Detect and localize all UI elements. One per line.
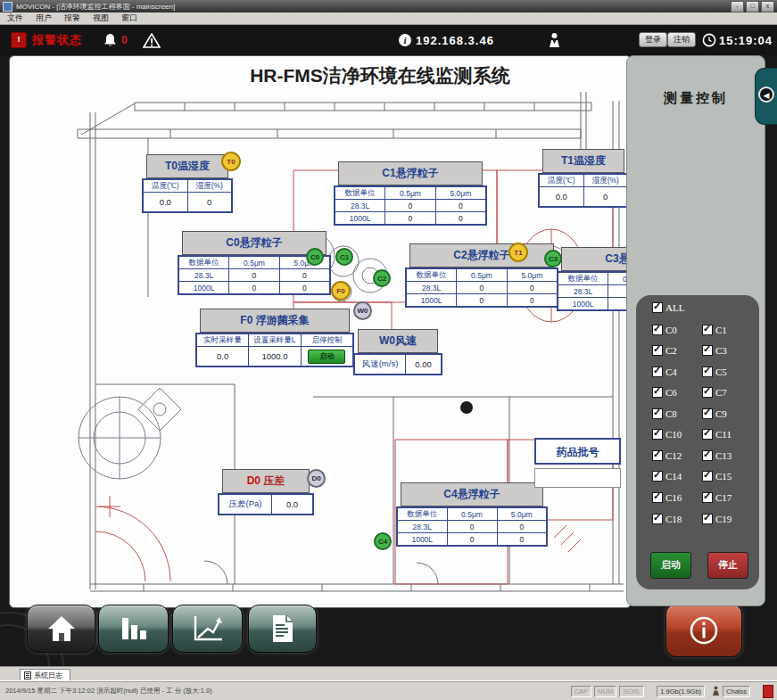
sidebar-collapse-tab[interactable]: ◀ — [755, 68, 777, 125]
checkbox-c17[interactable]: C17 — [702, 492, 732, 503]
cell: 1000L — [178, 282, 229, 295]
checkbox-c2[interactable]: C2 — [652, 345, 677, 356]
cell: 0 — [507, 294, 558, 308]
cell: 数据单位 — [335, 186, 385, 200]
cell: 5.0μm — [435, 186, 486, 200]
menu-item-window[interactable]: 窗口 — [121, 12, 137, 24]
nav-barchart-button[interactable] — [98, 605, 169, 653]
checkbox-c5[interactable]: C5 — [702, 366, 727, 377]
cell: 0 — [497, 533, 547, 547]
checkbox-c19[interactable]: C19 — [702, 514, 732, 524]
panel-w0-title: W0风速 — [358, 329, 438, 353]
menu-bar: 文件 用户 报警 视图 窗口 — [0, 12, 777, 25]
cell: 0.0 — [196, 347, 249, 367]
panel-c3-title: C3悬浮粒子 — [561, 247, 632, 271]
batch-number-input[interactable] — [534, 468, 621, 488]
cell: 温度(℃) — [539, 174, 583, 187]
batch-number-label: 药品批号 — [534, 438, 621, 465]
badge-t0: T0 — [221, 152, 241, 171]
main-screen: HR-FMS洁净环境在线监测系统 T0温湿度 温度(℃) 湿度(%) 0.0 0… — [9, 55, 632, 608]
panel-d0: D0 压差 压差(Pa) 0.0 — [218, 469, 314, 515]
checkbox-c7[interactable]: C7 — [702, 387, 727, 398]
menu-item-view[interactable]: 视图 — [93, 12, 109, 24]
checkbox-icon — [702, 366, 713, 377]
minimize-button[interactable]: - — [731, 1, 744, 12]
cell: 0 — [435, 212, 486, 226]
checkbox-c4[interactable]: C4 — [652, 366, 677, 377]
checkbox-icon — [652, 387, 663, 398]
checkbox-c14[interactable]: C14 — [652, 471, 682, 482]
alarm-panel-icon[interactable]: ! — [11, 32, 27, 48]
cell: 0 — [507, 282, 558, 294]
checkbox-c0[interactable]: C0 — [652, 325, 677, 335]
badge-t1: T1 — [508, 243, 528, 262]
badge-w0: W0 — [353, 301, 372, 320]
panel-c2-title: C2悬浮粒子 — [409, 243, 554, 268]
panel-f0-title: F0 浮游菌采集 — [200, 309, 350, 333]
measure-control-sidebar: 测量控制 ALL C0 C1 C2 C3 C4 C5 C6 C7 C8 C9 C… — [626, 55, 765, 606]
checkbox-c9[interactable]: C9 — [702, 408, 727, 419]
panel-c0-title: C0悬浮粒子 — [182, 231, 327, 255]
checkbox-c18[interactable]: C18 — [652, 514, 682, 524]
checkbox-icon — [652, 450, 663, 461]
nav-trend-button[interactable] — [172, 605, 243, 653]
checkbox-icon — [702, 345, 713, 356]
collapse-arrow-icon: ◀ — [758, 86, 774, 103]
warning-triangle-icon[interactable] — [143, 25, 161, 55]
cell: 0 — [435, 200, 486, 212]
checkbox-c11[interactable]: C11 — [702, 429, 732, 440]
cell: 风速(m/s) — [354, 354, 406, 375]
checkbox-icon — [652, 429, 663, 440]
maximize-button[interactable]: □ — [746, 1, 759, 12]
user-icon[interactable] — [548, 25, 561, 55]
panel-t1: T1温湿度 温度(℃) 湿度(%) 0.0 0 — [538, 149, 629, 208]
menu-item-alarm[interactable]: 报警 — [64, 12, 80, 24]
f0-run-button[interactable]: 启动 — [308, 350, 345, 364]
badge-c3: C3 — [544, 250, 562, 268]
menu-item-user[interactable]: 用户 — [36, 12, 52, 24]
ip-address: 192.168.3.46 — [416, 34, 494, 47]
scroll-lock-indicator: SCRL — [619, 686, 644, 697]
info-circle-icon — [689, 615, 719, 646]
user-status-icon — [712, 686, 720, 696]
checkbox-c6[interactable]: C6 — [652, 387, 677, 398]
bell-icon[interactable] — [103, 25, 117, 55]
cell: 压差(Pa) — [219, 494, 272, 515]
cell: 数据单位 — [558, 272, 608, 285]
cell: 28.3L — [335, 200, 385, 212]
menu-item-file[interactable]: 文件 — [7, 12, 23, 24]
checkbox-c12[interactable]: C12 — [652, 450, 682, 461]
cell: 0 — [229, 269, 280, 282]
checkbox-c13[interactable]: C13 — [702, 450, 732, 461]
cell: 实时采样量 — [196, 334, 249, 347]
checkbox-icon — [702, 387, 713, 398]
cell: 0 — [497, 521, 547, 533]
log-pane-tab[interactable]: 系统日志 — [20, 669, 70, 681]
checkbox-c16[interactable]: C16 — [652, 492, 682, 503]
stop-button[interactable]: 停止 — [707, 552, 748, 579]
panel-c3: C3悬浮粒子 数据单位 0.5μm 5.0μm 28.3L 0 0 1000L … — [557, 247, 632, 311]
sidebar-title: 测量控制 — [627, 90, 765, 107]
cell: 0 — [279, 269, 330, 282]
cell: 湿度(%) — [583, 174, 628, 187]
checkbox-c8[interactable]: C8 — [652, 408, 677, 419]
panel-t0: T0温湿度 温度(℃) 湿度(%) 0.0 0 — [142, 154, 233, 213]
clock-icon — [702, 25, 716, 55]
window-titlebar: MOVICON - [洁净环境监控工程界面 - mainscreen] - □ … — [0, 0, 777, 12]
start-button[interactable]: 启动 — [650, 552, 691, 579]
checkbox-icon — [702, 325, 713, 335]
login-button[interactable]: 登录 — [639, 32, 667, 47]
close-button[interactable]: x — [761, 1, 774, 12]
cell: 28.3L — [406, 282, 457, 294]
checkbox-c15[interactable]: C15 — [702, 471, 732, 482]
panel-f0: F0 浮游菌采集 实时采样量 设置采样量L 启停控制 0.0 1000.0 启动 — [195, 309, 354, 367]
nav-info-button[interactable] — [665, 604, 742, 657]
checkbox-c10[interactable]: C10 — [652, 429, 682, 440]
logout-button[interactable]: 注销 — [667, 32, 696, 47]
checkbox-all[interactable]: ALL — [652, 302, 684, 313]
panel-d0-title: D0 压差 — [222, 469, 310, 493]
nav-report-button[interactable] — [248, 605, 317, 653]
checkbox-c3[interactable]: C3 — [702, 345, 727, 356]
nav-home-button[interactable] — [27, 605, 95, 653]
checkbox-c1[interactable]: C1 — [702, 325, 727, 335]
